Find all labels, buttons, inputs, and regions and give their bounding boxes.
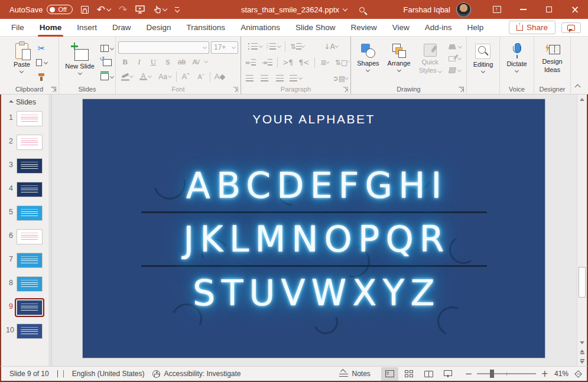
thumbnail-image[interactable] (17, 229, 43, 244)
search-button[interactable] (353, 0, 371, 19)
increase-font-size-button[interactable]: Aˆ (179, 70, 192, 83)
shape-fill-button[interactable] (447, 43, 463, 51)
slide-thumbnail-3[interactable]: 3 (1, 158, 51, 174)
tab-help[interactable]: Help (460, 19, 492, 37)
scroll-down-button[interactable] (577, 338, 587, 347)
text-shadow-button[interactable]: S (162, 56, 173, 68)
user-avatar[interactable] (456, 2, 471, 17)
thumbnail-image[interactable] (17, 324, 43, 339)
align-right-button[interactable] (274, 72, 284, 85)
thumbnail-image[interactable] (17, 205, 43, 221)
design-ideas-button[interactable]: DesignIdeas (539, 41, 565, 77)
slide-thumbnail-8[interactable]: 8 (1, 276, 51, 292)
thumbnail-image[interactable] (17, 135, 43, 150)
slide-editing-area[interactable]: YOUR ALPHABET ABCDEFGHI JKLMNOPQR STUVWX… (52, 94, 577, 366)
scrollbar-thumb[interactable] (579, 267, 586, 298)
thumbnail-image[interactable] (17, 300, 43, 315)
strikethrough-button[interactable]: ab (176, 56, 187, 68)
section-button[interactable] (100, 70, 113, 83)
thumbnail-image[interactable] (17, 253, 43, 268)
scrollbar-track[interactable] (577, 104, 587, 338)
tab-animations[interactable]: Animations (233, 19, 288, 37)
align-center-button[interactable] (259, 72, 269, 85)
copy-button[interactable] (35, 56, 48, 69)
increase-indent-button[interactable]: ↠ (261, 56, 272, 69)
slide-thumbnail-1[interactable]: 1 (1, 111, 51, 126)
bold-button[interactable]: B (119, 56, 131, 68)
tab-home[interactable]: Home (32, 19, 70, 37)
slide-thumbnail-9-selected[interactable]: 9 (1, 300, 51, 315)
thumbnail-image[interactable] (17, 276, 43, 292)
underline-button[interactable]: U (148, 56, 159, 68)
customize-quick-access-button[interactable] (175, 7, 179, 12)
slide-title[interactable]: YOUR ALPHABET (83, 112, 545, 126)
decrease-font-size-button[interactable]: Aˇ (194, 70, 207, 83)
align-left-button[interactable] (245, 72, 255, 85)
neon-letters-row-3[interactable]: STUVWXYZ (187, 272, 441, 314)
drawing-dialog-launcher[interactable] (459, 87, 464, 92)
zoom-slider-thumb[interactable] (490, 370, 494, 378)
tab-view[interactable]: View (385, 19, 417, 37)
minimize-button[interactable] (510, 0, 536, 19)
cut-button[interactable]: ✂ (35, 42, 48, 55)
close-button[interactable]: × (562, 0, 588, 19)
comments-button[interactable] (561, 22, 581, 33)
neon-letters-row-2[interactable]: JKLMNOPQR (177, 218, 450, 260)
tab-add-ins[interactable]: Add-ins (417, 19, 460, 37)
zoom-out-button[interactable]: − (465, 370, 473, 378)
neon-letters-row-1[interactable]: ABCDEFGHI (180, 165, 448, 206)
slides-panel-header[interactable]: Slides (1, 98, 51, 106)
save-button[interactable] (81, 6, 89, 14)
reading-view-button[interactable] (420, 367, 437, 381)
new-slide-button[interactable]: New Slide (61, 42, 99, 77)
change-case-button[interactable]: Aa (156, 70, 174, 83)
arrange-button[interactable]: Arrange (385, 41, 414, 74)
slideshow-view-button[interactable] (440, 367, 457, 381)
align-text-button[interactable]: ⇅□ (335, 56, 348, 69)
shape-effects-button[interactable] (447, 66, 463, 74)
font-color-button[interactable]: A (137, 70, 154, 83)
undo-button[interactable]: ↶ (97, 5, 111, 15)
slide-thumbnail-10[interactable]: 10 (1, 324, 51, 339)
document-title[interactable]: stars_that_smile_23624.pptx (241, 5, 347, 14)
tab-design[interactable]: Design (139, 19, 179, 37)
slide-canvas[interactable]: YOUR ALPHABET ABCDEFGHI JKLMNOPQR STUVWX… (83, 99, 545, 358)
thumbnail-image[interactable] (17, 158, 43, 174)
redo-button[interactable]: ↷ (119, 5, 127, 15)
ribbon-display-options-button[interactable] (484, 0, 510, 19)
start-from-beginning-button[interactable] (135, 5, 145, 14)
shape-outline-button[interactable] (447, 54, 463, 63)
tab-file[interactable]: File (4, 19, 32, 37)
character-spacing-button[interactable]: AV (190, 56, 202, 68)
autosave-switch[interactable]: Off (47, 5, 72, 14)
text-direction-button[interactable]: ↓A (323, 40, 339, 53)
convert-smartart-button[interactable]: ➲▤ (333, 72, 348, 85)
line-spacing-button[interactable]: ⇅ (290, 40, 305, 53)
numbering-button[interactable] (267, 40, 281, 53)
slide-sorter-view-button[interactable] (401, 367, 418, 381)
autosave-toggle[interactable]: AutoSave Off (9, 5, 73, 14)
dictate-button[interactable]: Dictate (503, 41, 529, 74)
columns-button[interactable]: ≣ (319, 56, 331, 69)
ltr-direction-button[interactable]: >¶ (282, 56, 294, 69)
quick-styles-button[interactable]: QuickStyles (416, 41, 444, 77)
collapse-ribbon-button[interactable] (575, 84, 581, 90)
paragraph-dialog-launcher[interactable] (343, 87, 348, 92)
tab-insert[interactable]: Insert (69, 19, 105, 37)
language-indicator[interactable]: English (United States) (72, 370, 145, 378)
reset-slide-button[interactable] (100, 56, 113, 69)
share-button[interactable]: Share (509, 21, 555, 34)
previous-slide-button[interactable] (577, 347, 587, 357)
account-area[interactable]: Farshad Iqbal (404, 2, 472, 17)
neon-alphabet-area[interactable]: ABCDEFGHI JKLMNOPQR STUVWXYZ (83, 126, 545, 358)
tab-draw[interactable]: Draw (105, 19, 139, 37)
slide-thumbnail-4[interactable]: 4 (1, 182, 51, 197)
format-painter-button[interactable] (35, 70, 48, 83)
thumbnail-image[interactable] (17, 182, 43, 197)
touch-mouse-mode-button[interactable] (153, 5, 167, 14)
fit-slide-to-window-button[interactable] (574, 370, 582, 378)
zoom-percentage[interactable]: 41% (551, 370, 568, 378)
tab-review[interactable]: Review (343, 19, 384, 37)
rtl-direction-button[interactable]: ¶< (298, 56, 310, 69)
shapes-button[interactable]: Shapes (354, 41, 382, 74)
